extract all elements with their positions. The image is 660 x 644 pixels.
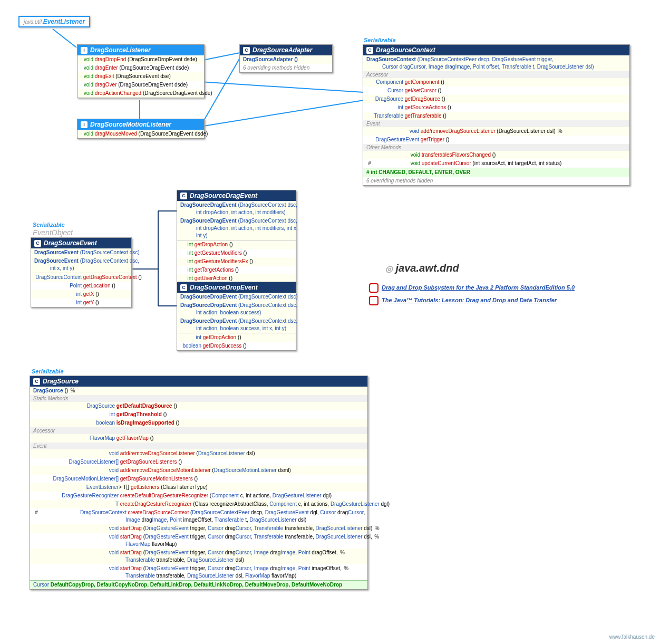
box-title: CDragSourceDragEvent	[177, 190, 296, 201]
box-dragsourcedropevent: CDragSourceDropEvent DragSourceDropEvent…	[177, 282, 296, 351]
svg-line-0	[53, 29, 76, 47]
link-bullet-icon	[369, 296, 378, 305]
eventlistener-link[interactable]: java.util.EventListener	[18, 16, 90, 27]
serializable-label[interactable]: Serializable	[33, 222, 65, 228]
svg-line-4	[200, 100, 364, 127]
serializable-label[interactable]: Serializable	[32, 368, 64, 374]
eventobject-label[interactable]: EventObject	[33, 228, 73, 237]
class-icon: C	[180, 193, 187, 199]
box-dragsourceevent: CDragSourceEvent DragSourceEvent (DragSo…	[31, 237, 132, 307]
box-title: CDragSource	[30, 376, 367, 387]
box-title: IDragSourceListener	[77, 45, 204, 55]
box-title: CDragSourceContext	[363, 45, 629, 55]
serializable-label[interactable]: Serializable	[364, 37, 396, 43]
link-bullet-icon	[369, 283, 378, 293]
doc-links: Drag and Drop Subsystem for the Java 2 P…	[369, 283, 575, 305]
box-title: CDragSourceAdapter	[240, 45, 332, 55]
class-icon: C	[243, 47, 250, 54]
class-icon: C	[33, 378, 40, 385]
class-icon: C	[180, 284, 187, 291]
class-icon: C	[34, 240, 41, 247]
interface-icon: I	[81, 121, 88, 128]
svg-line-2	[200, 82, 364, 92]
box-dragsource: CDragSource DragSource () % Static Metho…	[30, 376, 368, 590]
box-title: CDragSourceEvent	[31, 238, 131, 248]
box-title: CDragSourceDropEvent	[177, 282, 296, 293]
doc-link-1[interactable]: Drag and Drop Subsystem for the Java 2 P…	[382, 284, 575, 291]
box-dragsourcelistener: IDragSourceListener void dragDropEnd (Dr…	[77, 44, 205, 98]
watermark: www.falkhausen.de	[609, 634, 655, 640]
box-dragsourceadapter: CDragSourceAdapter DragSourceAdapter () …	[239, 44, 333, 73]
doc-link-2[interactable]: The Java™ Tutorials: Lesson: Drag and Dr…	[382, 297, 557, 303]
svg-line-1	[200, 53, 240, 61]
box-title: IDragSourceMotionListener	[77, 119, 204, 130]
box-dragsourcemotionlistener: IDragSourceMotionListener void dragMouse…	[77, 119, 205, 139]
interface-icon: I	[81, 47, 88, 54]
class-icon: C	[366, 47, 373, 54]
box-dragsourcecontext: CDragSourceContext DragSourceContext (Dr…	[363, 44, 630, 186]
package-title: ◎ java.awt.dnd	[385, 262, 459, 274]
box-dragsourcedragevent: CDragSourceDragEvent DragSourceDragEvent…	[177, 190, 296, 283]
